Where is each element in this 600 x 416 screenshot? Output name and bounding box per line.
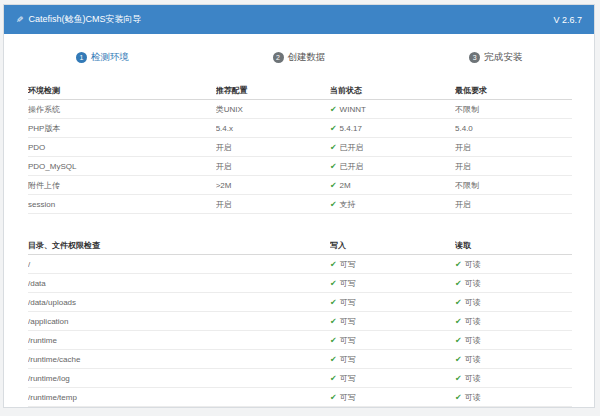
perm-col-header: 读取 — [455, 236, 572, 255]
perm-write-status: 可写 — [330, 388, 455, 407]
env-table-row: 操作系统 类UNIX WINNT 不限制 — [28, 100, 572, 119]
perm-table-row: /runtime 可写 可读 — [28, 331, 572, 350]
check-icon — [455, 393, 465, 402]
env-current-status: 已开启 — [330, 157, 455, 176]
env-recommended-value: 5.4.x — [216, 119, 330, 138]
install-wizard-panel: ✎ Catefish(鲶鱼)CMS安装向导 V 2.6.7 1 检测环境 2 创… — [3, 4, 595, 408]
env-minimum-value: 开启 — [455, 157, 572, 176]
step-check-environment: 1 检测环境 — [4, 51, 201, 64]
perm-read-text: 可读 — [465, 317, 481, 326]
step-label: 创建数据 — [288, 51, 326, 64]
check-icon — [330, 393, 340, 402]
env-recommended-value: 开启 — [216, 195, 330, 214]
perm-read-status: 可读 — [455, 369, 572, 388]
perm-write-status: 可写 — [330, 293, 455, 312]
perm-write-text: 可写 — [340, 355, 356, 364]
perm-path: /runtime/log — [28, 369, 330, 388]
env-status-text: 已开启 — [340, 143, 364, 152]
perm-table-row: /runtime/cache 可写 可读 — [28, 350, 572, 369]
perm-write-text: 可写 — [340, 393, 356, 402]
env-col-header: 当前状态 — [330, 81, 455, 100]
check-icon — [330, 143, 340, 152]
env-minimum-value: 不限制 — [455, 176, 572, 195]
env-item-name: PDO — [28, 138, 216, 157]
env-item-name: 附件上传 — [28, 176, 216, 195]
perm-table-header-row: 目录、文件权限检查 写入 读取 — [28, 236, 572, 255]
perm-path: / — [28, 255, 330, 274]
check-icon — [330, 298, 340, 307]
perm-read-status: 可读 — [455, 312, 572, 331]
pencil-icon: ✎ — [16, 15, 24, 25]
check-icon — [330, 336, 340, 345]
env-table-row: session 开启 支持 开启 — [28, 195, 572, 214]
env-table-row: PDO_MySQL 开启 已开启 开启 — [28, 157, 572, 176]
perm-read-status: 可读 — [455, 331, 572, 350]
env-current-status: WINNT — [330, 100, 455, 119]
env-item-name: session — [28, 195, 216, 214]
perm-read-text: 可读 — [465, 393, 481, 402]
env-status-text: WINNT — [340, 105, 366, 114]
perm-write-text: 可写 — [340, 317, 356, 326]
perm-path: /runtime/temp — [28, 388, 330, 407]
perm-read-status: 可读 — [455, 274, 572, 293]
check-icon — [330, 260, 340, 269]
perm-write-status: 可写 — [330, 312, 455, 331]
brand: ✎ Catefish(鲶鱼)CMS安装向导 — [16, 13, 142, 26]
env-minimum-value: 5.4.0 — [455, 119, 572, 138]
check-icon — [455, 317, 465, 326]
step-label: 完成安装 — [484, 51, 522, 64]
env-minimum-value: 不限制 — [455, 100, 572, 119]
step-finish-install: 3 完成安装 — [397, 51, 594, 64]
check-icon — [455, 260, 465, 269]
env-recommended-value: 开启 — [216, 138, 330, 157]
check-icon — [330, 181, 340, 190]
wizard-steps: 1 检测环境 2 创建数据 3 完成安装 — [4, 34, 594, 81]
step-label: 检测环境 — [91, 51, 129, 64]
perm-read-text: 可读 — [465, 298, 481, 307]
check-icon — [455, 374, 465, 383]
env-status-text: 5.4.17 — [340, 124, 362, 133]
environment-check-table: 环境检测 推荐配置 当前状态 最低要求 操作系统 类UNIX WINNT 不限制… — [28, 81, 572, 214]
perm-read-status: 可读 — [455, 350, 572, 369]
env-status-text: 支持 — [340, 200, 356, 209]
perm-table-row: /runtime/log 可写 可读 — [28, 369, 572, 388]
permission-check-table: 目录、文件权限检查 写入 读取 / 可写 可读 /data 可写 可读 /dat… — [28, 236, 572, 407]
perm-read-status: 可读 — [455, 255, 572, 274]
perm-read-status: 可读 — [455, 388, 572, 407]
check-icon — [330, 124, 340, 133]
check-icon — [455, 336, 465, 345]
env-table-row: PDO 开启 已开启 开启 — [28, 138, 572, 157]
perm-write-status: 可写 — [330, 350, 455, 369]
env-recommended-value: 类UNIX — [216, 100, 330, 119]
env-table-row: PHP版本 5.4.x 5.4.17 5.4.0 — [28, 119, 572, 138]
perm-table-row: /runtime/temp 可写 可读 — [28, 388, 572, 407]
perm-path: /data — [28, 274, 330, 293]
check-icon — [330, 355, 340, 364]
check-icon — [455, 279, 465, 288]
perm-write-text: 可写 — [340, 260, 356, 269]
perm-write-status: 可写 — [330, 274, 455, 293]
perm-table-row: /application 可写 可读 — [28, 312, 572, 331]
env-col-header: 环境检测 — [28, 81, 216, 100]
perm-read-text: 可读 — [465, 336, 481, 345]
perm-col-header: 写入 — [330, 236, 455, 255]
env-recommended-value: 开启 — [216, 157, 330, 176]
perm-write-text: 可写 — [340, 374, 356, 383]
env-col-header: 最低要求 — [455, 81, 572, 100]
perm-path: /application — [28, 312, 330, 331]
check-icon — [330, 374, 340, 383]
check-icon — [455, 355, 465, 364]
app-title: Catefish(鲶鱼)CMS安装向导 — [29, 13, 142, 26]
env-current-status: 2M — [330, 176, 455, 195]
env-minimum-value: 开启 — [455, 195, 572, 214]
perm-read-text: 可读 — [465, 279, 481, 288]
perm-col-header: 目录、文件权限检查 — [28, 236, 330, 255]
env-status-text: 已开启 — [340, 162, 364, 171]
perm-read-text: 可读 — [465, 260, 481, 269]
env-col-header: 推荐配置 — [216, 81, 330, 100]
topbar: ✎ Catefish(鲶鱼)CMS安装向导 V 2.6.7 — [4, 5, 594, 34]
perm-write-status: 可写 — [330, 331, 455, 350]
env-status-text: 2M — [340, 181, 351, 190]
step-number-badge: 3 — [469, 52, 480, 63]
step-number-badge: 2 — [273, 52, 284, 63]
